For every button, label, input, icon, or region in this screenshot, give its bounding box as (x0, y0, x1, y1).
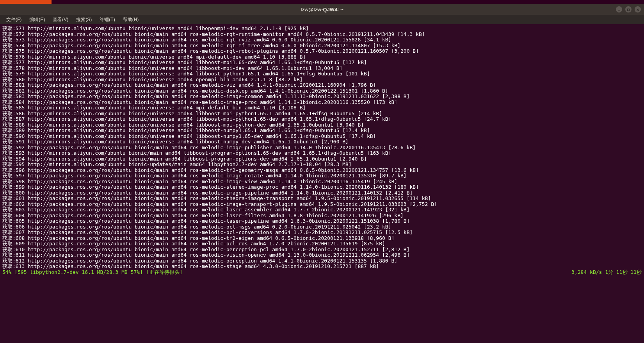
close-icon (636, 7, 639, 13)
terminal-line: 获取:599 http://packages.ros.org/ros/ubunt… (2, 184, 642, 190)
terminal-line: 获取:584 http://packages.ros.org/ros/ubunt… (2, 100, 642, 105)
terminal-line: 获取:594 http://mirrors.aliyun.com/ubuntu … (2, 156, 642, 162)
terminal-line: 获取:604 http://packages.ros.org/ros/ubunt… (2, 213, 642, 219)
progress-right: 3,284 kB/s 1分 11秒 11秒 (571, 270, 642, 275)
terminal-line: 获取:588 http://mirrors.aliyun.com/ubuntu … (2, 122, 642, 128)
menu-search[interactable]: 搜索(S) (73, 16, 95, 24)
window-titlebar: lzw@lzw-QJW4: ~ (0, 4, 644, 15)
terminal-line: 获取:571 http://mirrors.aliyun.com/ubuntu … (2, 26, 642, 32)
maximize-button[interactable] (625, 6, 632, 13)
terminal-line: 获取:598 http://packages.ros.org/ros/ubunt… (2, 179, 642, 185)
menu-view[interactable]: 查看(V) (50, 16, 71, 24)
menu-edit[interactable]: 编辑(E) (26, 16, 48, 24)
terminal-line: 获取:603 http://packages.ros.org/ros/ubunt… (2, 207, 642, 213)
terminal-line: 获取:607 http://packages.ros.org/ros/ubunt… (2, 230, 642, 236)
terminal-line: 获取:587 http://mirrors.aliyun.com/ubuntu … (2, 116, 642, 122)
terminal-line: 获取:608 http://packages.ros.org/ros/ubunt… (2, 236, 642, 241)
terminal-line: 获取:578 http://mirrors.aliyun.com/ubuntu … (2, 66, 642, 71)
terminal-line: 获取:586 http://mirrors.aliyun.com/ubuntu … (2, 111, 642, 117)
terminal-line: 获取:585 http://mirrors.aliyun.com/ubuntu … (2, 105, 642, 111)
terminal-line: 获取:581 http://packages.ros.org/ros/ubunt… (2, 82, 642, 88)
menu-terminal[interactable]: 终端(T) (96, 16, 118, 24)
terminal-line: 获取:583 http://packages.ros.org/ros/ubunt… (2, 94, 642, 100)
maximize-icon (627, 7, 630, 13)
terminal-line: 获取:582 http://packages.ros.org/ros/ubunt… (2, 88, 642, 94)
terminal-line: 获取:577 http://mirrors.aliyun.com/ubuntu … (2, 60, 642, 66)
terminal-line: 获取:572 http://packages.ros.org/ros/ubunt… (2, 32, 642, 38)
svg-rect-1 (628, 9, 630, 11)
menu-help[interactable]: 帮助(H) (120, 16, 142, 24)
terminal-line: 获取:612 http://packages.ros.org/ros/ubunt… (2, 258, 642, 264)
close-button[interactable] (635, 6, 641, 13)
terminal-line: 获取:574 http://packages.ros.org/ros/ubunt… (2, 43, 642, 49)
terminal-line: 获取:601 http://packages.ros.org/ros/ubunt… (2, 196, 642, 202)
terminal-line: 获取:597 http://packages.ros.org/ros/ubunt… (2, 173, 642, 179)
desktop-top-bar (0, 0, 644, 4)
progress-left: 54% [595 libpython2.7-dev 16.1 MB/28.3 M… (2, 270, 183, 275)
terminal-line: 获取:606 http://packages.ros.org/ros/ubunt… (2, 224, 642, 230)
terminal-line: 获取:590 http://mirrors.aliyun.com/ubuntu … (2, 134, 642, 139)
terminal-line: 获取:591 http://mirrors.aliyun.com/ubuntu … (2, 139, 642, 145)
minimize-button[interactable] (616, 6, 622, 13)
terminal-line: 获取:610 http://packages.ros.org/ros/ubunt… (2, 247, 642, 253)
menu-file[interactable]: 文件(F) (3, 16, 25, 24)
terminal-line: 获取:579 http://mirrors.aliyun.com/ubuntu … (2, 71, 642, 77)
terminal-line: 获取:592 http://packages.ros.org/ros/ubunt… (2, 145, 642, 151)
terminal-line: 获取:595 http://mirrors.aliyun.com/ubuntu … (2, 162, 642, 168)
terminal-line: 获取:605 http://packages.ros.org/ros/ubunt… (2, 218, 642, 224)
terminal-line: 获取:589 http://mirrors.aliyun.com/ubuntu … (2, 128, 642, 134)
terminal-output: 获取:571 http://mirrors.aliyun.com/ubuntu … (2, 26, 642, 270)
menubar: 文件(F) 编辑(E) 查看(V) 搜索(S) 终端(T) 帮助(H) (0, 15, 644, 24)
terminal-line: 获取:611 http://packages.ros.org/ros/ubunt… (2, 252, 642, 258)
terminal-line: 获取:593 http://mirrors.aliyun.com/ubuntu … (2, 150, 642, 156)
terminal-line: 获取:600 http://packages.ros.org/ros/ubunt… (2, 190, 642, 196)
terminal-line: 获取:573 http://packages.ros.org/ros/ubunt… (2, 37, 642, 43)
terminal-line: 获取:602 http://packages.ros.org/ros/ubunt… (2, 202, 642, 207)
terminal-line: 获取:596 http://packages.ros.org/ros/ubunt… (2, 168, 642, 173)
terminal-body[interactable]: 获取:571 http://mirrors.aliyun.com/ubuntu … (0, 24, 644, 343)
window-controls (616, 6, 641, 13)
minimize-icon (617, 7, 621, 13)
terminal-line: 获取:613 http://packages.ros.org/ros/ubunt… (2, 264, 642, 270)
terminal-line: 获取:575 http://packages.ros.org/ros/ubunt… (2, 48, 642, 54)
terminal-line: 获取:609 http://packages.ros.org/ros/ubunt… (2, 241, 642, 247)
terminal-line: 获取:580 http://mirrors.aliyun.com/ubuntu … (2, 77, 642, 83)
window-title: lzw@lzw-QJW4: ~ (301, 7, 343, 13)
terminal-line: 获取:576 http://mirrors.aliyun.com/ubuntu … (2, 54, 642, 60)
apt-progress-line: 54% [595 libpython2.7-dev 16.1 MB/28.3 M… (2, 270, 642, 275)
